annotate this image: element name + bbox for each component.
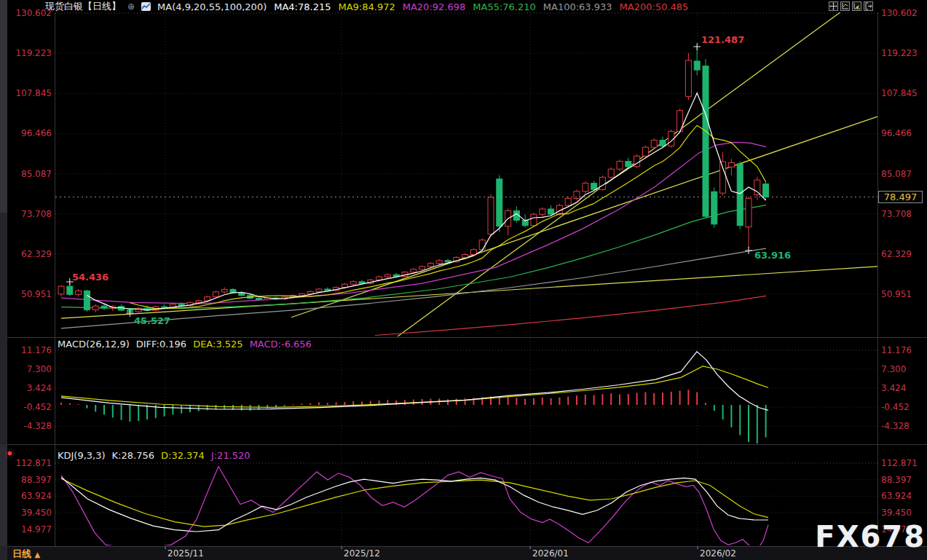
- trading-terminal: 54.43645.527121.48763.916130.602130.6021…: [0, 0, 927, 560]
- macd-header: MACD(26,12,9)DIFF:0.196DEA:3.525MACD:-6.…: [58, 338, 312, 350]
- kdj-axis-label-left: 63.924: [21, 491, 52, 501]
- ma-legend-item: MA200:50.485: [620, 1, 689, 12]
- candle: [583, 184, 588, 192]
- candle: [58, 286, 64, 294]
- price-axis-label-right: 73.708: [881, 209, 912, 219]
- ma-line-ma200: [375, 296, 766, 335]
- kdj-axis-label-right: 112.871: [881, 458, 918, 468]
- candle: [84, 291, 90, 309]
- price-axis-label-left: 62.329: [21, 249, 52, 259]
- macd-panel[interactable]: [55, 338, 877, 444]
- ma-legend-item: MA(4,9,20,55,100,200): [157, 1, 267, 12]
- chart-canvas[interactable]: 54.43645.527121.48763.916130.602130.6021…: [0, 0, 927, 560]
- ma-legend-item: MA9:84.972: [338, 1, 395, 12]
- last-price-badge: 78.497: [878, 191, 923, 203]
- candle: [470, 250, 476, 255]
- candle: [221, 289, 227, 291]
- kdj-axis-label-left: 112.871: [15, 458, 52, 468]
- period-arrow-icon: ▲: [35, 551, 41, 559]
- price-axis-label-left: 96.466: [21, 128, 52, 138]
- candle: [754, 180, 760, 194]
- price-annotation: 54.436: [72, 272, 109, 283]
- candle: [685, 60, 691, 96]
- trendline[interactable]: [398, 4, 852, 336]
- kdj-panel[interactable]: [55, 446, 877, 550]
- trendline[interactable]: [291, 117, 877, 318]
- candle: [720, 162, 726, 193]
- candle: [591, 184, 597, 190]
- ma-line-ma9: [130, 125, 765, 309]
- candle: [763, 184, 769, 197]
- auto-scale-icon[interactable]: [852, 1, 861, 11]
- price-axis-label-left: 85.087: [21, 169, 52, 179]
- ma-legend: MA(4,9,20,55,100,200)MA4:78.215MA9:84.97…: [157, 1, 688, 12]
- macd-header-item: DEA:3.525: [193, 339, 243, 350]
- macd-header-item: MACD(26,12,9): [58, 339, 130, 350]
- candle: [411, 269, 417, 272]
- kdj-d-line: [61, 478, 768, 527]
- kdj-header-item: KDJ(9,3,3): [58, 450, 106, 461]
- chart-header: 现货白银【日线】 ⊕ MA(4,9,20,55,100,200)MA4:78.2…: [45, 1, 688, 12]
- candle: [307, 291, 313, 293]
- ma-line-ma55: [61, 205, 766, 309]
- price-axis-label-right: 119.223: [881, 48, 918, 58]
- price-axis-label-left: 50.951: [21, 289, 52, 299]
- kdj-header-item: J:21.520: [211, 450, 251, 461]
- alert-marker-icon[interactable]: [5, 447, 15, 457]
- axis-scale-icon[interactable]: [840, 1, 850, 11]
- price-axis-label-right: 85.087: [881, 169, 912, 179]
- candle: [427, 264, 433, 267]
- ma-legend-item: MA55:76.210: [473, 1, 536, 12]
- price-axis-label-left: 73.708: [21, 209, 52, 219]
- ma-line-ma4: [87, 93, 765, 310]
- kdj-axis-label-left: 14.977: [21, 524, 52, 535]
- price-panel[interactable]: 54.43645.527121.48763.916: [55, 4, 877, 336]
- candle: [196, 301, 202, 302]
- candle: [660, 140, 666, 146]
- month-label: 2026/01: [532, 548, 569, 559]
- ma-line-ma20: [61, 142, 766, 304]
- watermark: FX678: [815, 520, 926, 553]
- price-annotation: 63.916: [754, 250, 791, 261]
- macd-axis-label-left: 7.300: [27, 364, 52, 374]
- macd-axis-label-left: -0.452: [23, 402, 52, 412]
- candle: [316, 289, 322, 291]
- candle: [462, 254, 468, 257]
- candle: [540, 209, 545, 214]
- exit-fullscreen-icon[interactable]: [864, 1, 873, 11]
- candle: [376, 277, 382, 280]
- chart-toolbar: [829, 1, 873, 11]
- price-axis-label-right: 130.602: [881, 8, 918, 18]
- macd-axis-label-right: 7.300: [881, 364, 906, 374]
- macd-axis-label-left: -4.328: [23, 421, 52, 431]
- kdj-k-line: [61, 477, 768, 532]
- candle: [642, 147, 648, 156]
- candle: [359, 282, 365, 283]
- pan-crosshair-icon[interactable]: [829, 1, 838, 11]
- indicator-icon[interactable]: [141, 2, 151, 11]
- candle: [325, 289, 331, 291]
- kdj-axis-label-left: 39.450: [21, 508, 52, 518]
- ma-legend-item: MA4:78.215: [274, 1, 331, 12]
- ma-legend-item: MA100:63.933: [543, 1, 612, 12]
- kdj-header-item: D:32.374: [161, 450, 205, 461]
- candle: [497, 179, 502, 226]
- price-axis-label-left: 119.223: [15, 48, 52, 58]
- candle: [445, 261, 451, 262]
- candle: [299, 293, 304, 295]
- period-selector[interactable]: 日线 ▲: [12, 548, 40, 560]
- expand-icon[interactable]: ⊕: [127, 1, 135, 12]
- candle: [737, 164, 743, 226]
- macd-axis-label-right: 3.424: [881, 383, 906, 393]
- candle: [256, 299, 261, 300]
- candle: [479, 240, 485, 250]
- symbol-title: 现货白银【日线】: [45, 0, 121, 13]
- candle: [67, 286, 73, 294]
- kdj-j-line: [61, 467, 768, 550]
- candle: [634, 156, 640, 167]
- candle: [419, 267, 425, 269]
- price-annotation: 121.487: [701, 34, 744, 45]
- candle: [350, 282, 356, 284]
- candle: [101, 306, 107, 308]
- price-axis-label-right: 107.845: [881, 88, 918, 98]
